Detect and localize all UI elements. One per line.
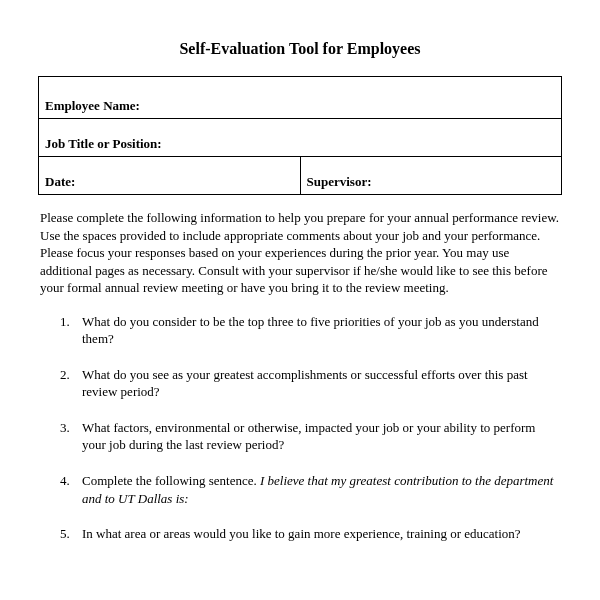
question-3: What factors, environmental or otherwise…: [60, 419, 562, 454]
employee-name-field[interactable]: Employee Name:: [39, 77, 562, 119]
supervisor-field[interactable]: Supervisor:: [300, 157, 562, 195]
questions-list: What do you consider to be the top three…: [38, 313, 562, 543]
page-title: Self-Evaluation Tool for Employees: [38, 40, 562, 58]
date-field[interactable]: Date:: [39, 157, 301, 195]
question-5: In what area or areas would you like to …: [60, 525, 562, 543]
instructions-text: Please complete the following informatio…: [38, 209, 562, 297]
info-table: Employee Name: Job Title or Position: Da…: [38, 76, 562, 195]
question-4-prefix: Complete the following sentence.: [82, 473, 260, 488]
job-title-field[interactable]: Job Title or Position:: [39, 119, 562, 157]
question-4: Complete the following sentence. I belie…: [60, 472, 562, 507]
question-2: What do you see as your greatest accompl…: [60, 366, 562, 401]
question-1: What do you consider to be the top three…: [60, 313, 562, 348]
